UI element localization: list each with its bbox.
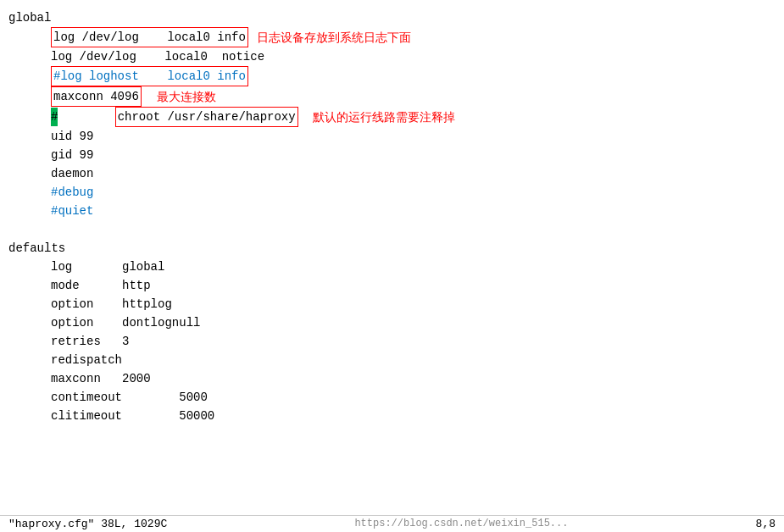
line-option1: option httplog xyxy=(8,295,776,313)
line-maxconn2: maxconn 2000 xyxy=(8,369,776,388)
log3-box: #log loghost local0 info xyxy=(51,66,248,86)
chroot-box: chroot /usr/share/haproxy xyxy=(115,107,298,127)
line-quiet: #quiet xyxy=(8,202,776,220)
redispatch-text: redispatch xyxy=(51,351,122,369)
log1-box: log /dev/log local0 info xyxy=(51,27,248,47)
maxconn1-annotation: 最大连接数 xyxy=(150,87,216,106)
line-chroot: # chroot /usr/share/haproxy 默认的运行线路需要注释掉 xyxy=(8,107,776,127)
mode-text: mode http xyxy=(51,276,151,295)
line-contimeout: contimeout 5000 xyxy=(8,388,776,407)
maxconn1-box: maxconn 4096 xyxy=(51,86,142,107)
line-log2: log /dev/log local0 notice xyxy=(8,47,776,66)
line-daemon: daemon xyxy=(8,164,776,183)
status-bar: "haproxy.cfg" 38L, 1029C https://blog.cs… xyxy=(0,515,784,532)
watermark: https://blog.csdn.net/weixin_515... xyxy=(354,518,568,530)
line-retries: retries 3 xyxy=(8,332,776,351)
line-blank xyxy=(8,220,776,239)
option1-text: option httplog xyxy=(51,295,172,313)
line-maxconn1: maxconn 4096 最大连接数 xyxy=(8,86,776,107)
status-right: 8,8 xyxy=(756,518,776,530)
maxconn2-text: maxconn 2000 xyxy=(51,369,151,388)
retries-text: retries 3 xyxy=(51,332,129,351)
log2-text: log /dev/log local0 notice xyxy=(51,47,264,66)
clitimeout-text: clitimeout 50000 xyxy=(51,407,214,425)
chroot-annotation: 默认的运行线路需要注释掉 xyxy=(307,108,456,126)
defaults-keyword: defaults xyxy=(8,239,65,258)
line-mode: mode http xyxy=(8,276,776,295)
gid-text: gid 99 xyxy=(51,146,93,164)
option2-text: option dontlognull xyxy=(51,313,200,332)
daemon-text: daemon xyxy=(51,164,93,183)
line-log1: log /dev/log local0 info 日志设备存放到系统日志下面 xyxy=(8,27,776,47)
quiet-text: #quiet xyxy=(51,202,93,220)
contimeout-text: contimeout 5000 xyxy=(51,388,208,407)
hash-green: # xyxy=(51,108,58,126)
code-content: global log /dev/log local0 info 日志设备存放到系… xyxy=(0,8,784,425)
status-left: "haproxy.cfg" 38L, 1029C xyxy=(8,518,167,530)
line-redispatch: redispatch xyxy=(8,351,776,369)
line-clitimeout: clitimeout 50000 xyxy=(8,407,776,425)
editor: global log /dev/log local0 info 日志设备存放到系… xyxy=(0,0,784,532)
uid-text: uid 99 xyxy=(51,127,93,146)
line-log-global: log global xyxy=(8,258,776,276)
line-global: global xyxy=(8,8,776,27)
log-global-text: log global xyxy=(51,258,164,276)
global-keyword: global xyxy=(8,8,51,27)
log1-annotation: 日志设备存放到系统日志下面 xyxy=(257,28,411,47)
line-uid: uid 99 xyxy=(8,127,776,146)
line-log3: #log loghost local0 info xyxy=(8,66,776,86)
line-debug: #debug xyxy=(8,183,776,202)
line-option2: option dontlognull xyxy=(8,313,776,332)
chroot-space xyxy=(58,108,114,126)
line-defaults: defaults xyxy=(8,239,776,258)
debug-text: #debug xyxy=(51,183,93,202)
line-gid: gid 99 xyxy=(8,146,776,164)
